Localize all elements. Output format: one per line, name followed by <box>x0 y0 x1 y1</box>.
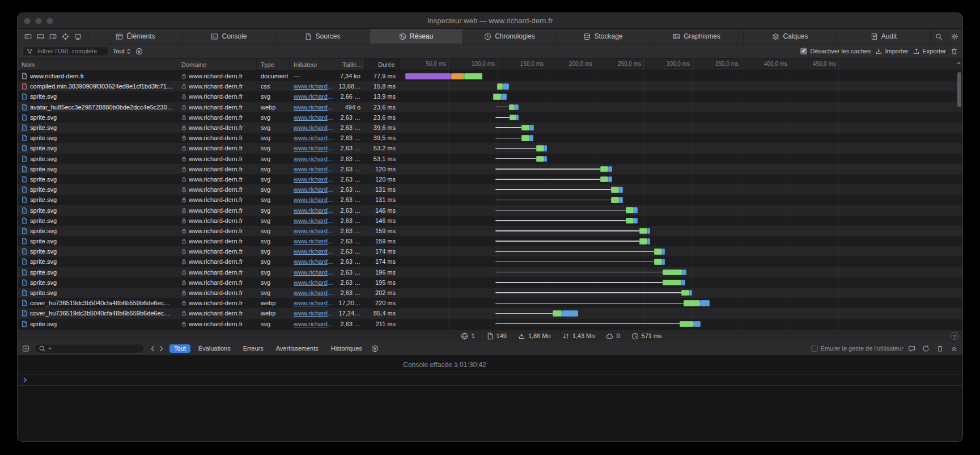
clear-console-refresh-icon[interactable] <box>922 345 930 352</box>
column-header-domain[interactable]: Domaine <box>177 58 257 70</box>
resource-initiator[interactable]: www.richard-d… <box>290 236 338 246</box>
console-bubble-icon[interactable] <box>908 345 915 352</box>
export-button[interactable]: Exporter <box>913 48 946 55</box>
url-filter-input[interactable] <box>36 47 99 55</box>
table-row[interactable]: sprite.svgwww.richard-dern.frsvgwww.rich… <box>18 154 962 164</box>
inspect-element-icon[interactable] <box>62 33 69 40</box>
table-row[interactable]: sprite.svgwww.richard-dern.frsvgwww.rich… <box>18 91 962 102</box>
column-header-type[interactable]: Type <box>257 58 290 70</box>
resource-initiator[interactable]: www.richard-d… <box>290 174 338 184</box>
resource-initiator[interactable]: www.richard-d… <box>290 133 338 143</box>
resource-initiator[interactable]: www.richard-d… <box>290 288 338 298</box>
table-row[interactable]: sprite.svgwww.richard-dern.frsvgwww.rich… <box>18 288 962 298</box>
disable-caches-checkbox[interactable]: Désactiver les caches <box>800 48 871 54</box>
console-tab-erreurs[interactable]: Erreurs <box>239 344 268 353</box>
table-row[interactable]: sprite.svgwww.richard-dern.frsvgwww.rich… <box>18 164 962 174</box>
table-row[interactable]: sprite.svgwww.richard-dern.frsvgwww.rich… <box>18 123 962 133</box>
column-header-initiator[interactable]: Initiateur <box>290 58 338 70</box>
table-row[interactable]: sprite.svgwww.richard-dern.frsvgwww.rich… <box>18 184 962 195</box>
console-scope-icon[interactable] <box>22 345 29 352</box>
device-icon[interactable] <box>74 33 82 40</box>
tab-console[interactable]: Console <box>183 29 276 44</box>
resource-initiator[interactable]: www.richard-d… <box>290 319 338 329</box>
import-button[interactable]: Importer <box>875 48 908 55</box>
table-row[interactable]: sprite.svgwww.richard-dern.frsvgwww.rich… <box>18 205 962 215</box>
search-icon[interactable] <box>931 29 947 44</box>
tab-calques[interactable]: Calques <box>744 29 837 44</box>
table-row[interactable]: sprite.svgwww.richard-dern.frsvgwww.rich… <box>18 267 962 277</box>
column-header-duration[interactable]: Durée <box>364 58 400 70</box>
tab-chronologies[interactable]: Chronologies <box>463 29 557 44</box>
resource-initiator[interactable]: www.richard-d… <box>290 298 338 308</box>
close-window-button[interactable] <box>24 18 31 24</box>
help-icon[interactable]: ? <box>951 332 958 340</box>
resource-initiator[interactable]: www.richard-d… <box>290 154 338 164</box>
dock-right-icon[interactable] <box>49 33 57 40</box>
resource-initiator[interactable]: www.richard-d… <box>290 308 338 318</box>
resource-initiator[interactable]: www.richard-d… <box>290 267 338 277</box>
table-row[interactable]: sprite.svgwww.richard-dern.frsvgwww.rich… <box>18 112 962 123</box>
zoom-window-button[interactable] <box>46 18 53 24</box>
console-tab-historiques[interactable]: Historiques <box>326 344 367 353</box>
resource-initiator[interactable]: www.richard-d… <box>290 102 338 112</box>
console-tab-évaluations[interactable]: Évaluations <box>194 344 235 353</box>
table-row[interactable]: sprite.svgwww.richard-dern.frsvgwww.rich… <box>18 236 962 246</box>
dock-side-icon[interactable] <box>24 33 32 40</box>
console-filter-options-icon[interactable] <box>371 345 379 352</box>
table-row[interactable]: sprite.svgwww.richard-dern.frsvgwww.rich… <box>18 195 962 205</box>
table-row[interactable]: sprite.svgwww.richard-dern.frsvgwww.rich… <box>18 277 962 288</box>
table-row[interactable]: cover_hu736519dc3b5040cfa48b6b559b6de6ec… <box>18 298 962 308</box>
table-row[interactable]: sprite.svgwww.richard-dern.frsvgwww.rich… <box>18 319 962 329</box>
scroll-up-icon[interactable] <box>956 60 961 67</box>
table-row[interactable]: compiled.min.38390909f303624ed9e1cf1bd3f… <box>18 81 962 91</box>
resource-initiator[interactable]: www.richard-d… <box>290 112 338 123</box>
clear-network-trash-icon[interactable] <box>951 48 958 55</box>
next-result-icon[interactable] <box>158 345 165 352</box>
table-row[interactable]: avatar_hu85ecc3e298728880b0bde2dcc4e5c23… <box>18 102 962 112</box>
resource-initiator[interactable]: www.richard-d… <box>290 205 338 215</box>
tab-audit[interactable]: Audit <box>837 29 931 44</box>
resource-initiator[interactable]: www.richard-d… <box>290 81 338 91</box>
filter-options-icon[interactable] <box>135 48 143 55</box>
resource-initiator[interactable]: www.richard-d… <box>290 164 338 174</box>
tab-graphismes[interactable]: Graphismes <box>650 29 744 44</box>
tab-stockage[interactable]: Stockage <box>557 29 650 44</box>
tab-sources[interactable]: Sources <box>276 29 370 44</box>
resource-initiator[interactable]: www.richard-d… <box>290 277 338 288</box>
column-header-name[interactable]: Nom <box>18 58 177 70</box>
table-row[interactable]: cover_hu736519dc3b5040cfa48b6b559b6de6ec… <box>18 308 962 318</box>
column-header-size[interactable]: Taille… <box>338 58 364 70</box>
previous-result-icon[interactable] <box>149 345 156 352</box>
resource-initiator[interactable]: www.richard-d… <box>290 256 338 267</box>
tab-éléments[interactable]: Éléments <box>89 29 183 44</box>
table-row[interactable]: sprite.svgwww.richard-dern.frsvgwww.rich… <box>18 256 962 267</box>
table-row[interactable]: sprite.svgwww.richard-dern.frsvgwww.rich… <box>18 246 962 256</box>
emulate-user-gesture-checkbox[interactable]: Émuler le geste de l'utilisateur <box>811 345 903 352</box>
minimize-window-button[interactable] <box>35 18 42 24</box>
vertical-scrollbar-thumb[interactable] <box>957 72 961 107</box>
console-tab-avertissements[interactable]: Avertissements <box>271 344 323 353</box>
table-row[interactable]: www.richard-dern.frwww.richard-dern.frdo… <box>18 71 962 81</box>
dock-bottom-icon[interactable] <box>37 33 44 40</box>
console-search-field[interactable] <box>34 344 145 353</box>
table-row[interactable]: sprite.svgwww.richard-dern.frsvgwww.rich… <box>18 216 962 226</box>
resource-initiator[interactable]: www.richard-d… <box>290 195 338 205</box>
resource-initiator[interactable]: www.richard-d… <box>290 91 338 102</box>
gear-icon[interactable] <box>947 29 962 44</box>
console-tab-tout[interactable]: Tout <box>169 344 190 353</box>
resource-initiator[interactable]: www.richard-d… <box>290 184 338 195</box>
resource-initiator[interactable]: www.richard-d… <box>290 246 338 256</box>
resource-initiator[interactable]: www.richard-d… <box>290 123 338 133</box>
resource-initiator[interactable]: www.richard-d… <box>290 226 338 236</box>
url-filter-field[interactable] <box>22 46 108 56</box>
resource-type-select[interactable]: Tout <box>113 48 131 54</box>
table-row[interactable]: sprite.svgwww.richard-dern.frsvgwww.rich… <box>18 226 962 236</box>
console-prompt-row[interactable] <box>18 374 962 386</box>
resource-initiator[interactable]: www.richard-d… <box>290 143 338 153</box>
resource-initiator[interactable]: www.richard-d… <box>290 216 338 226</box>
console-trash-icon[interactable] <box>936 345 944 352</box>
table-row[interactable]: sprite.svgwww.richard-dern.frsvgwww.rich… <box>18 143 962 153</box>
table-row[interactable]: sprite.svgwww.richard-dern.frsvgwww.rich… <box>18 174 962 184</box>
tab-réseau[interactable]: Réseau <box>370 29 463 44</box>
table-row[interactable]: sprite.svgwww.richard-dern.frsvgwww.rich… <box>18 133 962 143</box>
